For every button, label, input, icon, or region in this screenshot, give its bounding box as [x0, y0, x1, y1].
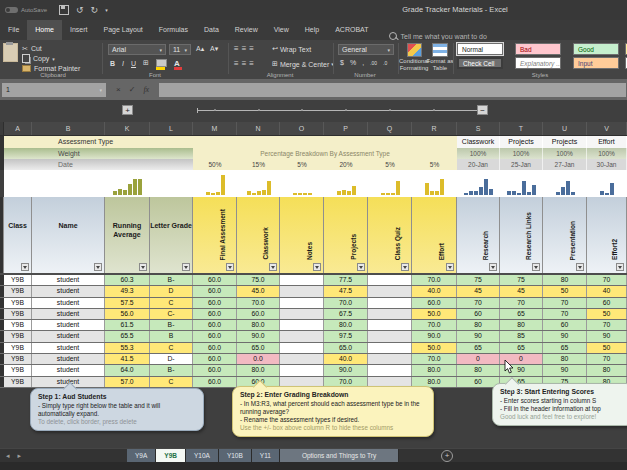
cell-V[interactable]: 50 [587, 309, 627, 319]
weight-label-cell[interactable]: Weight [4, 148, 193, 159]
merge-center-button[interactable]: ⊞ Merge & Center ▾ [272, 60, 334, 68]
column-header-T[interactable]: T [500, 122, 543, 135]
filter-dropdown-icon[interactable] [94, 263, 102, 271]
cell-L[interactable]: C [150, 298, 193, 308]
column-header-R[interactable]: R [412, 122, 457, 135]
cell-K[interactable]: 55.3 [105, 343, 150, 353]
cell-class[interactable]: Y9B [4, 309, 32, 319]
column-header-L[interactable]: L [150, 122, 193, 135]
filter-dropdown-icon[interactable] [21, 263, 29, 271]
cell-Q[interactable] [368, 309, 412, 319]
ribbon-tab-review[interactable]: Review [227, 20, 266, 40]
wrap-text-button[interactable]: ↩ Wrap Text [272, 45, 311, 53]
align-right-icon[interactable]: ≡ [249, 59, 254, 68]
cell-class[interactable]: Y9B [4, 298, 32, 308]
underline-button[interactable]: U [131, 60, 136, 67]
date-label-cell[interactable]: Date [4, 159, 193, 170]
cell-L[interactable]: B [150, 331, 193, 341]
weight-value-cell[interactable]: 100% [543, 148, 587, 159]
cell-T[interactable]: 75 [500, 275, 543, 285]
column-header-effort2[interactable]: Effort2 [587, 197, 627, 273]
cell-U[interactable]: 90 [543, 331, 587, 341]
cell-T[interactable]: 80 [500, 320, 543, 330]
cell-N[interactable]: 75.0 [237, 275, 280, 285]
cell-S[interactable]: 75 [457, 275, 500, 285]
cell-V[interactable]: 90 [587, 331, 627, 341]
cell-O[interactable] [280, 331, 324, 341]
column-header-notes[interactable]: Notes [280, 197, 324, 273]
cell-class[interactable]: Y9B [4, 286, 32, 296]
borders-icon[interactable]: ⊞ [143, 59, 149, 67]
filter-dropdown-icon[interactable] [446, 263, 454, 271]
style-chip-explan[interactable]: Explanatory ... [515, 57, 561, 69]
decrease-decimal-icon[interactable]: .0 [383, 60, 387, 66]
cell-U[interactable]: 50 [543, 286, 587, 296]
sheet-tab-y9a[interactable]: Y9A [127, 449, 156, 463]
cell-R[interactable]: 90.0 [412, 331, 457, 341]
cell-U[interactable]: 60 [543, 320, 587, 330]
column-header-B[interactable]: B [32, 122, 105, 135]
cell-M[interactable]: 60.0 [193, 331, 237, 341]
accounting-format-icon[interactable]: $ [340, 59, 344, 66]
align-left-icon[interactable]: ≡ [234, 59, 239, 68]
cell-V[interactable]: 60 [587, 298, 627, 308]
grow-font-icon[interactable]: A▴ [196, 45, 204, 53]
cell-N[interactable]: 65.0 [237, 343, 280, 353]
cell-M[interactable]: 60.0 [193, 286, 237, 296]
cell-N[interactable]: 80.0 [237, 320, 280, 330]
column-header-class-quiz[interactable]: Class Quiz [368, 197, 412, 273]
cell-O[interactable] [280, 343, 324, 353]
column-header-name[interactable]: Name [32, 197, 105, 273]
filter-dropdown-icon[interactable] [139, 263, 147, 271]
column-header-K[interactable]: K [105, 122, 150, 135]
cell-class[interactable]: Y9B [4, 354, 32, 364]
cell-N[interactable]: 70.0 [237, 298, 280, 308]
column-header-running-average[interactable]: Running Average [105, 197, 150, 273]
italic-button[interactable]: I [122, 60, 124, 67]
style-chip-bad[interactable]: Bad [515, 43, 561, 55]
redo-icon[interactable]: ↻ [91, 5, 99, 15]
cell-T[interactable]: 65 [500, 309, 543, 319]
cell-Q[interactable] [368, 343, 412, 353]
cell-Q[interactable] [368, 320, 412, 330]
tell-me-box[interactable]: Tell me what you want to do [389, 32, 487, 40]
assessment-type-cell[interactable]: Projects [543, 136, 587, 148]
cell-P[interactable]: 90.0 [324, 365, 368, 375]
percentage-cell[interactable]: 5% [368, 159, 412, 170]
cell-M[interactable]: 60.0 [193, 309, 237, 319]
ribbon-tab-insert[interactable]: Insert [62, 20, 96, 40]
ribbon-tab-formulas[interactable]: Formulas [151, 20, 196, 40]
column-header-V[interactable]: V [587, 122, 627, 135]
cell-R[interactable]: 40.0 [412, 286, 457, 296]
date-cell[interactable]: 27-Jan [543, 159, 587, 170]
cell-name[interactable]: student [32, 309, 105, 319]
cell-name[interactable]: student [32, 320, 105, 330]
cell-K[interactable]: 65.5 [105, 331, 150, 341]
percent-style-icon[interactable]: % [350, 59, 356, 66]
cell-P[interactable]: 40.0 [324, 354, 368, 364]
cell-name[interactable]: student [32, 275, 105, 285]
cell-N[interactable]: 60.0 [237, 309, 280, 319]
cell-S[interactable]: 80 [457, 365, 500, 375]
column-header-final-assesment[interactable]: Final Assesment [193, 197, 237, 273]
cell-V[interactable]: 70 [587, 320, 627, 330]
cell-U[interactable]: 70 [543, 309, 587, 319]
format-as-table-button[interactable]: Format as Table [425, 43, 455, 72]
cell-S[interactable]: 45 [457, 286, 500, 296]
undo-icon[interactable]: ↺ [76, 5, 84, 15]
cell-class[interactable]: Y9B [4, 331, 32, 341]
font-size-select[interactable]: 11 ▾ [169, 44, 191, 55]
cell-N[interactable]: 0.0 [237, 354, 280, 364]
name-box[interactable]: 1 ▾ [2, 83, 106, 97]
column-header-projects[interactable]: Projects [324, 197, 368, 273]
cell-S[interactable]: 60 [457, 309, 500, 319]
column-header-U[interactable]: U [543, 122, 587, 135]
cell-K[interactable]: 49.3 [105, 286, 150, 296]
column-header-O[interactable]: O [280, 122, 324, 135]
cell-O[interactable] [280, 320, 324, 330]
ribbon-tab-page-layout[interactable]: Page Layout [95, 20, 150, 40]
outline-expand-button[interactable]: + [122, 105, 133, 115]
ribbon-tab-acrobat[interactable]: ACROBAT [327, 20, 376, 40]
cell-Q[interactable] [368, 354, 412, 364]
cell-Q[interactable] [368, 275, 412, 285]
